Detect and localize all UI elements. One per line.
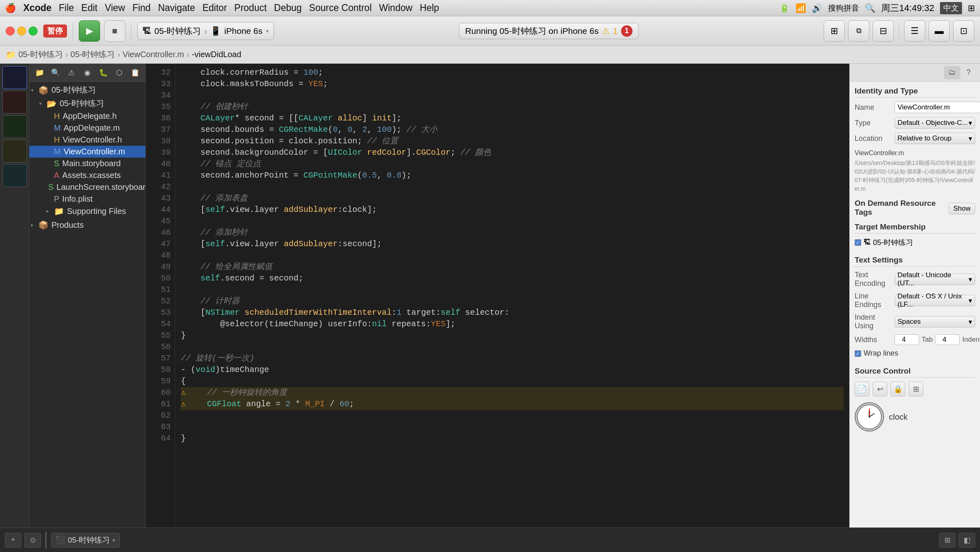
bb-target-display[interactable]: ⬛ 05-时钟练习 ▾ xyxy=(51,533,120,548)
right-panel-content: Identity and Type Name Type Default - Ob… xyxy=(850,82,980,528)
inspector-help-btn[interactable]: ? xyxy=(960,66,977,79)
run-button[interactable]: ▶ xyxy=(79,20,100,42)
line-number-62: 62 xyxy=(146,410,171,421)
menu-editor[interactable]: Editor xyxy=(203,2,227,13)
location-field-select[interactable]: Relative to Group ▾ xyxy=(895,133,975,144)
tree-file-info-plist[interactable]: P Info.plist xyxy=(29,193,145,205)
menu-xcode[interactable]: Xcode xyxy=(23,2,51,13)
window-close-button[interactable] xyxy=(6,27,15,36)
mini-thumb-1[interactable] xyxy=(2,66,27,89)
nav-folder-btn[interactable]: 📁 xyxy=(33,67,46,79)
menu-file[interactable]: File xyxy=(59,2,74,13)
menu-window[interactable]: Window xyxy=(379,2,412,13)
tab-width-input[interactable] xyxy=(895,334,919,345)
code-line-52: // 计时器 xyxy=(181,296,844,307)
editor-standard-btn[interactable]: ⊞ xyxy=(824,20,845,42)
bc-item-2[interactable]: ViewController.m xyxy=(122,50,184,59)
text-encoding-select[interactable]: Default - Unicode (UT... ▾ xyxy=(895,274,975,285)
target-checkbox[interactable]: ✓ xyxy=(855,239,861,246)
code-line-49: // 给全局属性赋值 xyxy=(181,261,844,273)
nav-debug-btn[interactable]: 🐛 xyxy=(97,67,110,79)
sc-refresh-btn[interactable]: ⊞ xyxy=(909,382,923,396)
window-minimize-button[interactable] xyxy=(17,27,26,36)
mini-thumb-3[interactable] xyxy=(2,115,27,138)
tree-file-viewcontroller-h[interactable]: H ViewController.h xyxy=(29,134,145,146)
nav-breakpoint-btn[interactable]: ⬡ xyxy=(113,67,126,79)
mini-thumb-5[interactable] xyxy=(2,164,27,187)
nav-report-btn[interactable]: 📋 xyxy=(129,67,142,79)
bb-add-btn[interactable]: + xyxy=(5,533,21,548)
debug-toggle-btn[interactable]: ▬ xyxy=(929,20,950,42)
menu-view[interactable]: View xyxy=(105,2,125,13)
menu-source-control[interactable]: Source Control xyxy=(309,2,372,13)
tree-group-products[interactable]: ▸ 📦 Products xyxy=(29,219,145,231)
wrap-lines-row: ✓ Wrap lines xyxy=(855,349,975,358)
main-layout: 📁 🔍 ⚠ ◉ 🐛 ⬡ 📋 ▾ 📦 05-时钟练习 ▾ 📂 05-时钟练习 H xyxy=(0,64,980,528)
text-encoding-row: Text Encoding Default - Unicode (UT... ▾ xyxy=(855,271,975,288)
indent-using-select[interactable]: Spaces ▾ xyxy=(895,316,975,327)
bb-layout-btn-1[interactable]: ⊞ xyxy=(939,533,956,548)
inspector-file-btn[interactable]: 🗂 xyxy=(944,66,960,79)
menu-debug[interactable]: Debug xyxy=(274,2,302,13)
line-endings-select[interactable]: Default - OS X / Unix (LF... ▾ xyxy=(895,295,975,306)
wrap-lines-label: Wrap lines xyxy=(864,349,898,358)
nav-warning-btn[interactable]: ⚠ xyxy=(65,67,78,79)
tree-group-main[interactable]: ▾ 📂 05-时钟练习 xyxy=(29,97,145,110)
window-maximize-button[interactable] xyxy=(29,27,38,36)
tree-file-appdelegate-m[interactable]: M AppDelegate.m xyxy=(29,122,145,134)
sc-lock-btn[interactable]: 🔒 xyxy=(891,382,905,396)
stop-button[interactable]: ■ xyxy=(104,20,125,42)
apple-menu[interactable]: 🍎 xyxy=(5,3,16,13)
nav-search-btn[interactable]: 🔍 xyxy=(49,67,62,79)
menu-lang[interactable]: 中文 xyxy=(940,2,962,14)
menu-help[interactable]: Help xyxy=(420,2,439,13)
code-line-62 xyxy=(181,410,844,421)
status-text: Running 05-时钟练习 on iPhone 6s xyxy=(465,25,599,37)
tree-file-appdelegate-h[interactable]: H AppDelegate.h xyxy=(29,110,145,122)
mini-thumb-4[interactable] xyxy=(2,140,27,162)
code-line-48 xyxy=(181,250,844,261)
menu-navigate[interactable]: Navigate xyxy=(158,2,195,13)
bc-item-0[interactable]: 05-时钟练习 xyxy=(18,49,63,60)
wrap-lines-checkbox[interactable]: ✓ xyxy=(855,350,861,357)
line-number-35: 35 xyxy=(146,101,171,113)
type-field-select[interactable]: Default - Objective-C... ▾ xyxy=(895,117,975,129)
line-number-57: 57 xyxy=(146,353,171,364)
bb-filter-btn[interactable]: ⊙ xyxy=(24,533,41,548)
sc-add-btn[interactable]: 📄 xyxy=(855,382,869,396)
left-mini-panel xyxy=(0,64,29,528)
clock-face xyxy=(855,402,884,432)
indent-width-input[interactable] xyxy=(935,334,960,345)
mini-thumb-2[interactable] xyxy=(2,91,27,114)
tree-file-launchscreen[interactable]: S LaunchScreen.storyboard xyxy=(29,181,145,193)
tree-file-main-storyboard[interactable]: S Main.storyboard xyxy=(29,158,145,169)
show-button[interactable]: Show xyxy=(949,203,975,214)
tree-group-supporting[interactable]: ▸ 📁 Supporting Files xyxy=(29,205,145,217)
target-selector[interactable]: 🏗 05-时钟练习 › 📱 iPhone 6s ▾ xyxy=(137,22,274,40)
code-line-51 xyxy=(181,284,844,296)
bb-layout-btn-2[interactable]: ◧ xyxy=(959,533,975,548)
tree-file-assets[interactable]: A Assets.xcassets xyxy=(29,169,145,181)
sc-discard-btn[interactable]: ↩ xyxy=(873,382,887,396)
menu-search-icon[interactable]: 🔍 xyxy=(865,3,875,13)
bc-item-3[interactable]: -viewDidLoad xyxy=(192,50,241,59)
editor-assistant-btn[interactable]: ⧉ xyxy=(848,20,869,42)
menu-find[interactable]: Find xyxy=(132,2,151,13)
menu-product[interactable]: Product xyxy=(234,2,267,13)
inspector-toggle-btn[interactable]: ⊡ xyxy=(953,20,974,42)
menu-edit[interactable]: Edit xyxy=(81,2,98,13)
tree-file-viewcontroller-m[interactable]: M ViewController.m xyxy=(29,146,145,158)
tree-project-root[interactable]: ▾ 📦 05-时钟练习 xyxy=(29,83,145,97)
menu-grid-icon[interactable]: ⊞ xyxy=(968,3,975,13)
target-membership-header: Target Membership xyxy=(855,223,975,234)
navigator-toggle-btn[interactable]: ☰ xyxy=(904,20,925,42)
name-field-input[interactable] xyxy=(895,102,980,113)
editor-version-btn[interactable]: ⊟ xyxy=(873,20,894,42)
target-name: 05-时钟练习 xyxy=(154,25,201,37)
code-line-34 xyxy=(181,90,844,101)
nav-test-btn[interactable]: ◉ xyxy=(80,67,94,79)
bc-item-1[interactable]: 05-时钟练习 xyxy=(71,49,115,60)
menu-ime[interactable]: 搜狗拼音 xyxy=(828,3,859,13)
code-area[interactable]: clock.cornerRadius = 100; clock.masksToB… xyxy=(175,64,849,528)
line-number-63: 63 xyxy=(146,421,171,433)
